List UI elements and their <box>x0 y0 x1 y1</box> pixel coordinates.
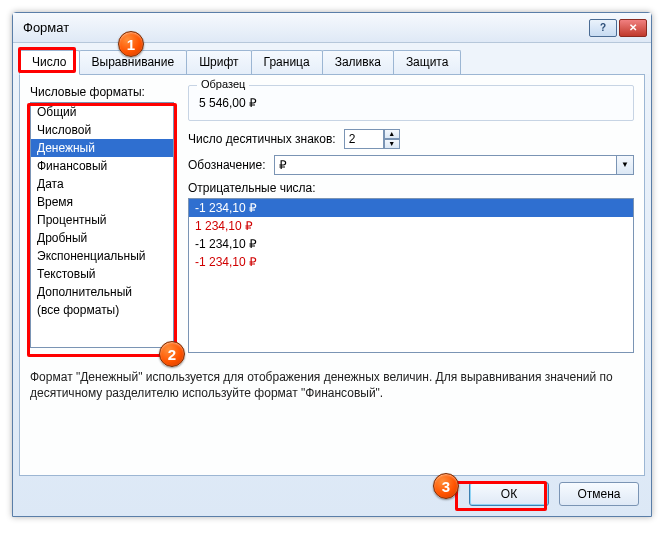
category-column: Числовые форматы: ОбщийЧисловойДенежныйФ… <box>30 85 174 353</box>
tab-4[interactable]: Заливка <box>322 50 394 75</box>
tab-1[interactable]: Выравнивание <box>79 50 188 75</box>
marker-3: 3 <box>433 473 459 499</box>
format-description: Формат "Денежный" используется для отобр… <box>30 369 634 401</box>
sample-frame: Образец 5 546,00 ₽ <box>188 85 634 121</box>
category-item[interactable]: Числовой <box>31 121 173 139</box>
spinner-up-icon[interactable]: ▲ <box>384 129 400 139</box>
sample-title: Образец <box>197 78 249 90</box>
decimals-row: Число десятичных знаков: ▲ ▼ <box>188 129 634 149</box>
chevron-down-icon[interactable]: ▼ <box>616 155 634 175</box>
decimals-spinner[interactable]: ▲ ▼ <box>344 129 400 149</box>
category-item[interactable]: (все форматы) <box>31 301 173 319</box>
decimals-label: Число десятичных знаков: <box>188 132 336 146</box>
spinner-down-icon[interactable]: ▼ <box>384 139 400 149</box>
cancel-button[interactable]: Отмена <box>559 482 639 506</box>
tab-3[interactable]: Граница <box>251 50 323 75</box>
negative-item[interactable]: -1 234,10 ₽ <box>189 253 633 271</box>
window-title: Формат <box>23 20 589 35</box>
close-icon[interactable]: ✕ <box>619 19 647 37</box>
category-item[interactable]: Дата <box>31 175 173 193</box>
ok-button[interactable]: ОК <box>469 482 549 506</box>
tab-strip: ЧислоВыравниваниеШрифтГраницаЗаливкаЗащи… <box>13 43 651 74</box>
category-item[interactable]: Процентный <box>31 211 173 229</box>
negative-item[interactable]: -1 234,10 ₽ <box>189 199 633 217</box>
window-buttons: ? ✕ <box>589 19 647 37</box>
decimals-input[interactable] <box>344 129 384 149</box>
help-icon[interactable]: ? <box>589 19 617 37</box>
symbol-row: Обозначение: ▼ <box>188 155 634 175</box>
category-item[interactable]: Дополнительный <box>31 283 173 301</box>
category-label: Числовые форматы: <box>30 85 174 99</box>
category-item[interactable]: Текстовый <box>31 265 173 283</box>
negative-listbox[interactable]: -1 234,10 ₽1 234,10 ₽-1 234,10 ₽-1 234,1… <box>188 198 634 353</box>
negative-label: Отрицательные числа: <box>188 181 634 195</box>
category-item[interactable]: Экспоненциальный <box>31 247 173 265</box>
symbol-input[interactable] <box>274 155 616 175</box>
category-item[interactable]: Общий <box>31 103 173 121</box>
format-cells-dialog: Формат ? ✕ ЧислоВыравниваниеШрифтГраница… <box>12 12 652 517</box>
category-item[interactable]: Время <box>31 193 173 211</box>
tab-content-number: Числовые форматы: ОбщийЧисловойДенежныйФ… <box>19 74 645 476</box>
negative-item[interactable]: -1 234,10 ₽ <box>189 235 633 253</box>
category-listbox[interactable]: ОбщийЧисловойДенежныйФинансовыйДатаВремя… <box>30 102 174 348</box>
main-row: Числовые форматы: ОбщийЧисловойДенежныйФ… <box>30 85 634 353</box>
symbol-combo[interactable]: ▼ <box>274 155 634 175</box>
settings-column: Образец 5 546,00 ₽ Число десятичных знак… <box>188 85 634 353</box>
tab-0[interactable]: Число <box>19 50 80 75</box>
symbol-label: Обозначение: <box>188 158 266 172</box>
sample-value: 5 546,00 ₽ <box>197 92 625 110</box>
tab-5[interactable]: Защита <box>393 50 462 75</box>
category-item[interactable]: Финансовый <box>31 157 173 175</box>
negative-item[interactable]: 1 234,10 ₽ <box>189 217 633 235</box>
category-item[interactable]: Денежный <box>31 139 173 157</box>
tab-2[interactable]: Шрифт <box>186 50 251 75</box>
category-item[interactable]: Дробный <box>31 229 173 247</box>
titlebar: Формат ? ✕ <box>13 13 651 43</box>
dialog-buttons: ОК Отмена <box>469 482 639 506</box>
